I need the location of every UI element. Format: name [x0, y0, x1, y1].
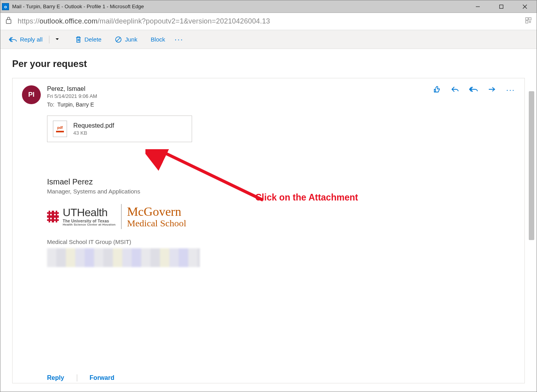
svg-rect-1 — [500, 5, 503, 8]
reply-footer: Reply Forward — [47, 374, 114, 381]
sent-date: Fri 5/14/2021 9:06 AM — [47, 93, 433, 99]
junk-button[interactable]: Junk — [111, 34, 142, 45]
window-titlebar: o Mail - Turpin, Barry E - Outlook - Pro… — [0, 0, 537, 13]
like-button[interactable] — [433, 85, 441, 94]
logo-divider — [121, 204, 122, 229]
more-actions-button[interactable]: ··· — [171, 35, 187, 44]
url-text: https://outlook.office.com/mail/deeplink… — [18, 17, 270, 25]
redacted-block — [47, 248, 200, 267]
block-button[interactable]: Block — [147, 34, 169, 45]
email-subject: Per your request — [12, 58, 525, 69]
scrollbar-thumb[interactable] — [529, 91, 534, 240]
message-content-area: Per your request PI Perez, Ismael Fri 5/… — [0, 49, 537, 392]
reply-all-button[interactable]: Reply all — [5, 34, 47, 45]
extensions-icon[interactable] — [525, 17, 532, 26]
attachment-filename: Requested.pdf — [73, 122, 114, 129]
signature-logo: UTHealth The University of Texas Health … — [47, 204, 515, 229]
forward-button[interactable] — [488, 86, 496, 94]
uthealth-subtitle2: Health Science Center at Houston — [63, 223, 116, 226]
outlook-app-icon: o — [2, 3, 9, 10]
pdf-icon: pdf — [53, 121, 67, 137]
reply-all-label: Reply all — [20, 36, 43, 43]
email-signature: Ismael Perez Manager, Systems and Applic… — [47, 177, 515, 267]
mcgovern-text1: McGovern — [127, 204, 186, 219]
toolbar-separator — [49, 36, 49, 43]
uthealth-subtitle1: The University of Texas — [63, 219, 116, 223]
more-msg-actions-button[interactable]: ··· — [506, 85, 515, 94]
window-title: Mail - Turpin, Barry E - Outlook - Profi… — [12, 4, 466, 9]
close-button[interactable] — [513, 0, 537, 13]
maximize-button[interactable] — [490, 0, 513, 13]
sender-avatar: PI — [22, 85, 41, 104]
lock-icon — [5, 16, 12, 26]
block-label: Block — [151, 36, 165, 43]
message-card: PI Perez, Ismael Fri 5/14/2021 9:06 AM T… — [12, 78, 525, 383]
uthealth-logo-icon — [47, 211, 59, 222]
forward-link[interactable]: Forward — [90, 374, 114, 381]
svg-line-9 — [116, 38, 120, 42]
reply-all-dropdown[interactable] — [52, 34, 63, 45]
attachment-card[interactable]: pdf Requested.pdf 43 KB — [47, 116, 192, 142]
svg-rect-7 — [526, 21, 528, 23]
reply-button[interactable] — [451, 86, 459, 94]
svg-rect-6 — [529, 18, 531, 20]
mcgovern-text2: Medical School — [127, 218, 186, 229]
svg-rect-4 — [6, 20, 11, 23]
delete-label: Delete — [85, 36, 102, 43]
annotation-text: Click on the Attachment — [255, 192, 358, 203]
message-actions: ··· — [433, 85, 515, 94]
junk-label: Junk — [125, 36, 138, 43]
sender-name: Perez, Ismael — [47, 85, 433, 92]
attachment-size: 43 KB — [73, 130, 114, 136]
uthealth-text: UTHealth — [63, 207, 116, 218]
minimize-button[interactable] — [466, 0, 490, 13]
recipient-line: To: Turpin, Barry E — [47, 101, 433, 108]
footer-separator — [77, 374, 77, 381]
mail-toolbar: Reply all Delete Junk Block ··· — [0, 30, 537, 49]
signature-group: Medical School IT Group (MSIT) — [47, 238, 515, 245]
svg-rect-5 — [526, 18, 528, 20]
delete-button[interactable]: Delete — [71, 34, 105, 45]
address-bar[interactable]: https://outlook.office.com/mail/deeplink… — [0, 13, 537, 30]
reply-all-msg-button[interactable] — [469, 86, 478, 94]
signature-name: Ismael Perez — [47, 177, 515, 186]
reply-link[interactable]: Reply — [47, 374, 64, 381]
